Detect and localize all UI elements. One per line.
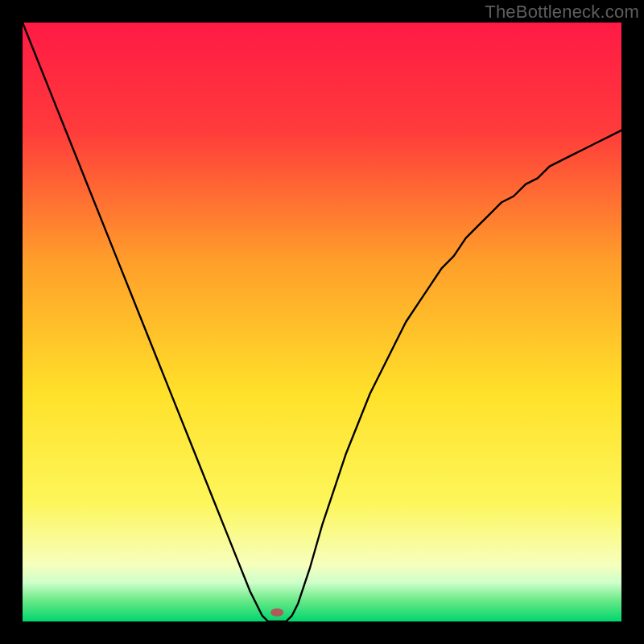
attribution-watermark: TheBottleneck.com <box>485 2 639 23</box>
outer-frame: TheBottleneck.com <box>0 0 644 644</box>
gradient-background <box>23 23 621 621</box>
optimal-point-marker <box>270 609 283 617</box>
chart-plot-area <box>23 23 621 621</box>
chart-svg <box>23 23 621 621</box>
